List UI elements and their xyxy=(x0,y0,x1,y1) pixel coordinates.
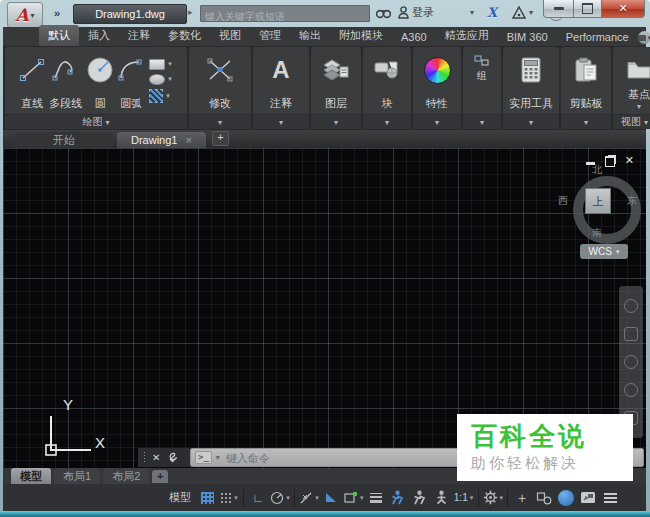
customization-button[interactable] xyxy=(600,487,620,508)
panel-modify-expander[interactable]: ▾ xyxy=(189,114,251,129)
chevron-down-icon: ▾ xyxy=(279,118,283,127)
ribbon-tab-performance[interactable]: Performance xyxy=(557,28,638,46)
panel-draw-expander[interactable]: 绘图 ▾ xyxy=(5,114,187,129)
hatch-button[interactable]: ▾ xyxy=(149,89,172,103)
new-drawing-button[interactable]: + xyxy=(212,131,229,146)
app-menu-button[interactable]: A ▾ xyxy=(7,2,43,28)
file-tab-drawing1[interactable]: Drawing1 × xyxy=(117,132,206,148)
polyline-button[interactable]: 多段线 xyxy=(47,47,84,114)
minimize-button[interactable] xyxy=(543,0,574,18)
panel-annotate-expander[interactable]: ▾ xyxy=(253,114,309,129)
ribbon-tab-addins[interactable]: 附加模块 xyxy=(330,25,392,46)
group-button[interactable]: 组 xyxy=(472,47,492,114)
quick-access-expand-button[interactable]: » xyxy=(48,6,66,21)
tab-model[interactable]: 模型 xyxy=(11,468,51,485)
measure-button[interactable]: 实用工具 xyxy=(507,47,555,114)
new-layout-button[interactable]: + xyxy=(152,470,168,483)
ribbon-tab-insert[interactable]: 插入 xyxy=(79,25,119,46)
ribbon-tab-annotate[interactable]: 注释 xyxy=(119,25,159,46)
ribbon-tab-manage[interactable]: 管理 xyxy=(250,25,290,46)
wrench-icon[interactable] xyxy=(166,452,178,464)
command-close-icon[interactable]: ✕ xyxy=(152,452,160,463)
ribbon-tab-bim360[interactable]: BIM 360 xyxy=(498,28,557,46)
object-snap-2d-button[interactable] xyxy=(321,487,341,508)
signin-dropdown[interactable]: ▾ xyxy=(470,4,474,21)
polar-tracking-button[interactable]: ▾ xyxy=(270,487,290,508)
ribbon-tab-parametric[interactable]: 参数化 xyxy=(159,25,210,46)
ribbon-tab-a360[interactable]: A360 xyxy=(392,28,436,46)
viewcube-top-face[interactable]: 上 xyxy=(585,188,611,214)
communication-center-button[interactable]: ▾ xyxy=(512,4,533,21)
chevron-down-icon[interactable]: ▾ xyxy=(216,453,220,462)
wcs-dropdown[interactable]: WCS ▾ xyxy=(580,244,628,259)
annotation-visibility-button[interactable] xyxy=(388,487,408,508)
zoom-icon[interactable] xyxy=(624,355,638,369)
workspace-switching-button[interactable]: ▾ xyxy=(483,487,504,508)
drag-grip-icon[interactable] xyxy=(143,451,146,464)
exchange-x-icon: X xyxy=(487,5,497,20)
viewcube-west[interactable]: 西 xyxy=(558,194,568,208)
viewcube-north[interactable]: 北 xyxy=(592,163,602,177)
exchange-apps-button[interactable]: X xyxy=(487,4,497,21)
file-tab-start[interactable]: 开始 xyxy=(15,132,113,148)
circle-button[interactable]: 圆 xyxy=(84,47,116,114)
close-button[interactable]: ✕ xyxy=(601,0,645,18)
panel-groups-expander[interactable]: ▾ xyxy=(463,114,501,129)
annotation-person-icon xyxy=(413,490,426,505)
help-search-box[interactable] xyxy=(200,5,370,22)
pan-icon[interactable] xyxy=(624,327,638,341)
nav-wheel-icon[interactable] xyxy=(624,299,638,313)
signin-button[interactable]: 登录 xyxy=(398,4,434,21)
move-button[interactable]: 修改 xyxy=(204,47,236,114)
layer-properties-button[interactable]: 图层 xyxy=(320,47,352,114)
isolate-objects-button[interactable] xyxy=(534,487,554,508)
ortho-button[interactable]: ∟ xyxy=(248,487,268,508)
ribbon-tab-view[interactable]: 视图 xyxy=(210,25,250,46)
autoscale-button[interactable] xyxy=(410,487,430,508)
annotation-scale-person-button[interactable] xyxy=(432,487,452,508)
rectangle-button[interactable]: ▾ xyxy=(149,59,172,70)
tab-layout1[interactable]: 布局1 xyxy=(54,468,100,485)
tab-layout2[interactable]: 布局2 xyxy=(103,468,149,485)
line-button[interactable]: 直线 xyxy=(17,47,47,114)
ellipse-button[interactable]: ▾ xyxy=(149,74,172,85)
grid-display-button[interactable] xyxy=(197,487,217,508)
object-snap-3d-button[interactable]: ▾ xyxy=(343,487,364,508)
base-point-button[interactable]: 基点 ▾ xyxy=(624,47,650,114)
properties-button[interactable]: 特性 xyxy=(422,47,453,114)
panel-block-expander[interactable]: ▾ xyxy=(363,114,411,129)
graphics-performance-button[interactable] xyxy=(556,487,576,508)
clean-screen-button[interactable] xyxy=(578,487,598,508)
tab-close-icon[interactable]: × xyxy=(185,134,191,146)
block-icon xyxy=(372,53,402,87)
crosshair-button[interactable]: + xyxy=(512,487,532,508)
lineweight-button[interactable] xyxy=(366,487,386,508)
move-icon xyxy=(206,53,234,87)
orbit-icon[interactable] xyxy=(624,383,638,397)
panel-properties-expander[interactable]: ▾ xyxy=(413,114,461,129)
arc-button[interactable]: 圆弧 xyxy=(116,47,146,114)
ellipse-icon xyxy=(149,74,165,85)
search-input[interactable] xyxy=(201,9,369,24)
text-button[interactable]: A 注释 xyxy=(268,47,294,114)
panel-view-expander[interactable]: 视图 ▾ ◢ xyxy=(613,114,650,129)
ribbon-tab-output[interactable]: 输出 xyxy=(290,25,330,46)
paste-button[interactable]: 剪贴板 xyxy=(568,47,605,114)
viewcube[interactable]: 上 北 南 西 东 xyxy=(563,166,650,254)
viewcube-east[interactable]: 东 xyxy=(627,194,637,208)
color-wheel-icon xyxy=(424,57,451,84)
insert-block-button[interactable]: 块 xyxy=(370,47,404,114)
panel-clipboard-expander[interactable]: ▾ xyxy=(561,114,611,129)
maximize-button[interactable] xyxy=(574,0,601,18)
snap-mode-button[interactable]: ▾ xyxy=(219,487,239,508)
osnap-button[interactable]: ▾ xyxy=(299,487,319,508)
search-button[interactable] xyxy=(376,4,391,21)
ribbon-tab-featured-apps[interactable]: 精选应用 xyxy=(436,25,498,46)
panel-layers-expander[interactable]: ▾ xyxy=(311,114,361,129)
ribbon-tab-home[interactable]: 默认 xyxy=(39,25,79,46)
panel-utilities-expander[interactable]: ▾ xyxy=(503,114,559,129)
annotation-scale-button[interactable]: 1:1 ▾ xyxy=(454,487,474,508)
person-icon xyxy=(398,6,409,19)
viewcube-south[interactable]: 南 xyxy=(592,226,602,240)
ribbon-display-toggle[interactable]: ▾ xyxy=(638,31,650,44)
